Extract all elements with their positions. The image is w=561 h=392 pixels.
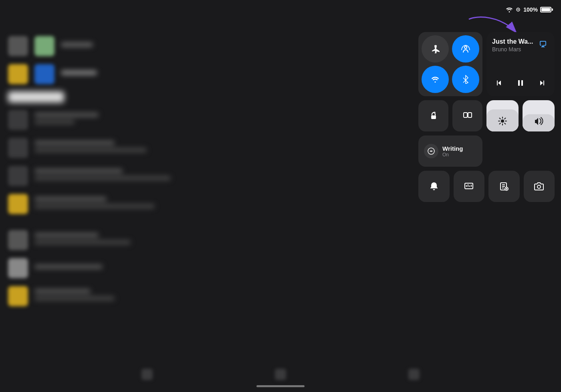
wifi-button[interactable] (422, 66, 449, 93)
list-item (0, 190, 216, 218)
airplay-button[interactable] (537, 38, 549, 50)
battery-percent: 100% (523, 6, 538, 13)
cc-row-2 (418, 100, 555, 131)
svg-rect-10 (468, 113, 472, 117)
text-line (34, 197, 107, 201)
battery-icon (540, 7, 553, 12)
location-icon (515, 7, 521, 12)
text-line (34, 240, 131, 244)
svg-point-3 (464, 46, 467, 48)
avatar (8, 230, 28, 250)
text-line (61, 42, 93, 47)
dock-item (408, 369, 420, 380)
text-lines (34, 289, 208, 303)
avatar (34, 36, 54, 56)
volume-icon (534, 117, 543, 127)
text-line (61, 71, 97, 75)
text-line (34, 141, 115, 145)
writing-text: Writing On (442, 145, 463, 158)
text-line (34, 169, 123, 173)
control-center: Just the Wa... Bruno Mars (418, 32, 555, 202)
writing-icon (424, 144, 438, 158)
sidebar-list (0, 32, 216, 361)
music-title: Just the Wa... (492, 38, 537, 45)
text-lines (34, 113, 208, 127)
dock-item (275, 369, 286, 380)
svg-rect-6 (518, 80, 520, 86)
list-item (0, 60, 216, 88)
avatar (8, 36, 28, 56)
text-lines (34, 197, 208, 211)
text-line (34, 113, 99, 117)
svg-line-16 (500, 118, 500, 119)
camera-button[interactable] (524, 171, 555, 202)
list-item (0, 282, 216, 310)
quick-note-button[interactable] (488, 171, 520, 202)
list-item (0, 162, 216, 190)
list-item (0, 226, 216, 254)
avatar (8, 110, 28, 130)
svg-line-5 (463, 80, 466, 83)
brightness-icon (498, 117, 507, 127)
airdrop-button[interactable] (452, 35, 479, 63)
text-line (34, 120, 75, 124)
svg-point-11 (501, 119, 504, 123)
search-bar (8, 91, 64, 103)
wifi-icon (506, 7, 513, 12)
bluetooth-button[interactable] (452, 66, 479, 93)
text-lines (34, 265, 208, 272)
screen-time-button[interactable] (454, 171, 485, 202)
music-controls (492, 77, 549, 91)
dock-item (141, 369, 153, 380)
text-lines (61, 42, 208, 50)
writing-tool-button[interactable]: Writing On (418, 135, 482, 167)
text-line (34, 204, 155, 208)
writing-label: Writing (442, 145, 463, 152)
svg-line-17 (504, 123, 505, 124)
connectivity-grid (418, 32, 482, 96)
cc-row-3: Writing On (418, 135, 555, 167)
screen-mirror-button[interactable] (452, 100, 482, 131)
text-line (34, 265, 103, 269)
avatar (8, 258, 28, 278)
bottom-dock (0, 369, 561, 380)
status-bar: 100% (506, 6, 553, 13)
previous-button[interactable] (494, 77, 505, 91)
text-lines (61, 71, 208, 78)
silent-mode-button[interactable] (418, 171, 450, 202)
music-player[interactable]: Just the Wa... Bruno Mars (486, 32, 555, 96)
next-button[interactable] (536, 77, 547, 91)
list-item (0, 106, 216, 134)
svg-point-1 (518, 9, 519, 10)
text-line (34, 296, 115, 301)
brightness-slider[interactable] (486, 100, 519, 131)
text-line (34, 289, 91, 293)
avatar (8, 64, 28, 84)
list-item (0, 254, 216, 282)
music-player-top: Just the Wa... Bruno Mars (492, 38, 549, 53)
pause-button[interactable] (515, 77, 526, 91)
svg-line-19 (500, 123, 500, 124)
screen-lock-button[interactable] (418, 100, 448, 131)
avatar (34, 64, 54, 84)
list-item (0, 134, 216, 162)
text-line (34, 233, 99, 237)
avatar (8, 166, 28, 186)
svg-point-33 (537, 185, 541, 188)
svg-line-4 (463, 78, 466, 80)
text-lines (34, 141, 208, 155)
avatar (8, 138, 28, 158)
svg-line-18 (504, 118, 505, 119)
volume-slider[interactable] (523, 100, 555, 131)
music-artist: Bruno Mars (492, 46, 537, 53)
airplane-mode-button[interactable] (422, 35, 449, 63)
cc-row-4 (418, 171, 555, 202)
svg-rect-8 (431, 115, 436, 119)
text-lines (34, 233, 208, 247)
text-line (34, 176, 171, 180)
avatar (8, 286, 28, 306)
svg-rect-7 (521, 80, 523, 86)
music-info: Just the Wa... Bruno Mars (492, 38, 537, 53)
cc-row-1: Just the Wa... Bruno Mars (418, 32, 555, 96)
text-line (34, 148, 147, 152)
